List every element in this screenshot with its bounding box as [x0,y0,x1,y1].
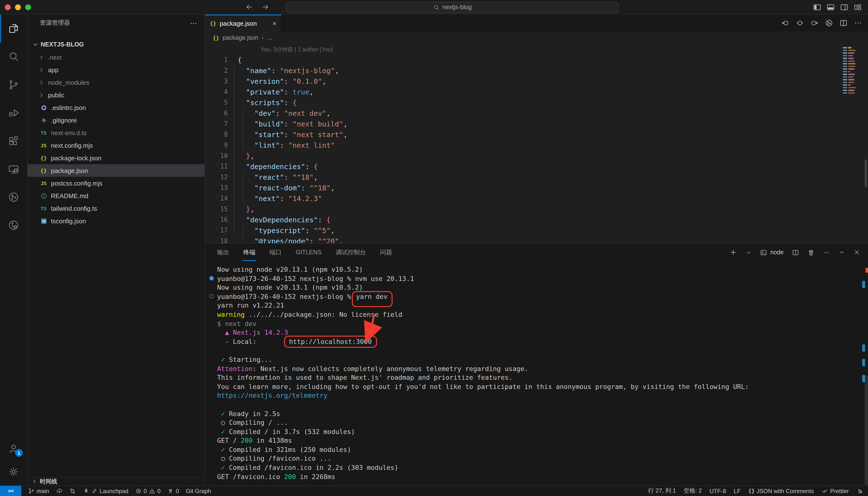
annotation-box-localhost-url[interactable]: http://localhost:3000 [284,336,377,348]
activity-bar-explorer[interactable] [0,15,27,43]
code-row[interactable]: 2 "name": "nextjs-blog", [205,65,868,76]
gitlens-blame-annotation[interactable]: You, 3分钟前 | 1 author (You) [205,44,868,55]
status-indentation[interactable]: 空格: 2 [684,487,702,495]
code-editor[interactable]: You, 3分钟前 | 1 author (You) 1{2 "name": "… [205,44,868,243]
folder-node-modules[interactable]: node_modules [28,76,204,89]
code-row[interactable]: 7 "build": "next build", [205,119,868,129]
code-row[interactable]: 9 "lint": "next lint" [205,140,868,151]
file-package-lock.json[interactable]: {}package-lock.json [28,152,204,164]
status-eol[interactable]: LF [734,487,741,494]
code-row[interactable]: 3 "version": "0.1.0", [205,76,868,87]
code-row[interactable]: 10 }, [205,151,868,161]
terminal-instance-node[interactable]: node [760,249,784,256]
code-row[interactable]: 5 "scripts": { [205,97,868,108]
nav-circle-icon[interactable] [796,19,804,27]
customize-layout-icon[interactable] [853,3,862,12]
activity-bar-git-graph[interactable] [0,183,27,211]
editor-scrollbar[interactable] [865,159,867,187]
nav-back-icon[interactable] [781,19,790,27]
status-cursor-position[interactable]: 行 27, 列 1 [648,487,676,495]
status-gitlens-launchpad[interactable]: Launchpad [82,487,128,494]
zoom-window-button[interactable] [25,4,31,10]
code-row[interactable]: 11 "dependencies": { [205,161,868,172]
terminal-scrollbar[interactable] [865,375,868,485]
file-next.config.mjs[interactable]: JSnext.config.mjs [28,139,204,152]
terminal-profile-dropdown-icon[interactable] [745,249,752,255]
code-row[interactable]: 8 "start": "next start", [205,129,868,140]
toggle-secondary-sidebar-icon[interactable] [840,3,849,12]
ellipsis-icon[interactable] [854,19,862,27]
code-row[interactable]: 18 "@types/node": "^20", [205,236,868,243]
panel-tab-output[interactable]: 输出 [217,244,230,261]
tab-package-json[interactable]: {} package.json × [205,15,281,31]
status-language-mode[interactable]: {}JSON with Comments [748,487,814,494]
terminal-output[interactable]: Now using node v20.13.1 (npm v10.5.2)yua… [217,265,853,485]
minimap[interactable] [843,47,860,95]
toggle-panel-icon[interactable] [826,3,835,12]
activity-bar-run-debug[interactable] [0,99,27,127]
file-.eslintrc.json[interactable]: .eslintrc.json [28,101,204,114]
go-back-icon[interactable] [245,3,254,11]
code-row[interactable]: 1{ [205,55,868,65]
status-git-compare[interactable] [69,488,76,494]
panel-tab-gitlens[interactable]: GITLENS [295,245,322,260]
file-tailwind.config.ts[interactable]: TStailwind.config.ts [28,202,204,215]
activity-bar-remote-explorer[interactable] [0,155,27,183]
terminal-more-actions-icon[interactable] [823,249,830,256]
status-publish-changes[interactable] [56,488,62,494]
project-root-row[interactable]: NEXTJS-BLOG [28,38,204,51]
file-postcss.config.mjs[interactable]: JSpostcss.config.mjs [28,177,204,189]
command-center-search[interactable]: nextjs-blog [286,2,619,13]
file-tsconfig.json[interactable]: TStsconfig.json [28,215,204,227]
panel-tab-terminal[interactable]: 终端 [243,244,256,261]
split-terminal-icon[interactable] [792,249,799,256]
breadcrumb-file[interactable]: package.json [223,34,258,41]
minimize-window-button[interactable] [15,4,21,10]
status-encoding[interactable]: UTF-8 [710,487,726,494]
status-ports-forwarded[interactable]: 0 [167,487,179,494]
file-package.json[interactable]: {}package.json [28,164,204,177]
file-readme.md[interactable]: README.md [28,189,204,202]
code-row[interactable]: 15 }, [205,204,868,215]
status-formatter[interactable]: Prettier [822,487,849,494]
git-graph-sm-icon[interactable] [825,19,833,27]
code-row[interactable]: 13 "react-dom": "^18", [205,183,868,193]
code-row[interactable]: 14 "next": "14.2.3" [205,193,868,204]
breadcrumb[interactable]: {} package.json › ... [205,31,868,44]
code-row[interactable]: 12 "react": "^18", [205,172,868,183]
close-panel-icon[interactable] [853,249,860,256]
code-row[interactable]: 4 "private": true, [205,87,868,97]
maximize-panel-icon[interactable] [838,249,845,256]
timeline-section[interactable]: 时间线 [28,477,204,485]
folder-.next[interactable]: .next [28,51,204,63]
activity-bar-gitlens[interactable] [0,211,27,239]
close-window-button[interactable] [5,4,11,10]
toggle-primary-sidebar-icon[interactable] [813,3,821,12]
breadcrumb-more[interactable]: ... [267,34,272,41]
new-terminal-icon[interactable] [729,248,737,256]
close-tab-icon[interactable]: × [273,20,276,27]
panel-tab-ports[interactable]: 端口 [269,244,282,261]
code-row[interactable]: 6 "dev": "next dev", [205,108,868,119]
code-row[interactable]: 16 "devDependencies": { [205,215,868,225]
folder-public[interactable]: public [28,89,204,101]
status-git-graph[interactable]: Git Graph [186,487,211,494]
split-editor-icon[interactable] [839,19,848,27]
folder-app[interactable]: app [28,63,204,76]
activity-bar-extensions[interactable] [0,127,27,155]
panel-tab-problems[interactable]: 问题 [380,244,393,261]
panel-tab-debug-console[interactable]: 调试控制台 [335,244,366,261]
file-.gitignore[interactable]: .gitignore [28,114,204,126]
status-problems[interactable]: 00 [135,487,161,494]
status-notifications[interactable] [857,488,863,494]
kill-terminal-icon[interactable] [807,249,815,256]
activity-bar-accounts[interactable]: 1 [0,437,27,460]
go-forward-icon[interactable] [261,3,270,11]
code-row[interactable]: 17 "typescript": "^5", [205,225,868,236]
file-next-env.d.ts[interactable]: TSnext-env.d.ts [28,126,204,139]
activity-bar-settings[interactable] [0,460,27,483]
activity-bar-source-control[interactable] [0,71,27,99]
nav-forward-icon[interactable] [810,19,819,27]
remote-indicator[interactable]: >< [0,486,21,496]
activity-bar-search[interactable] [0,43,27,71]
